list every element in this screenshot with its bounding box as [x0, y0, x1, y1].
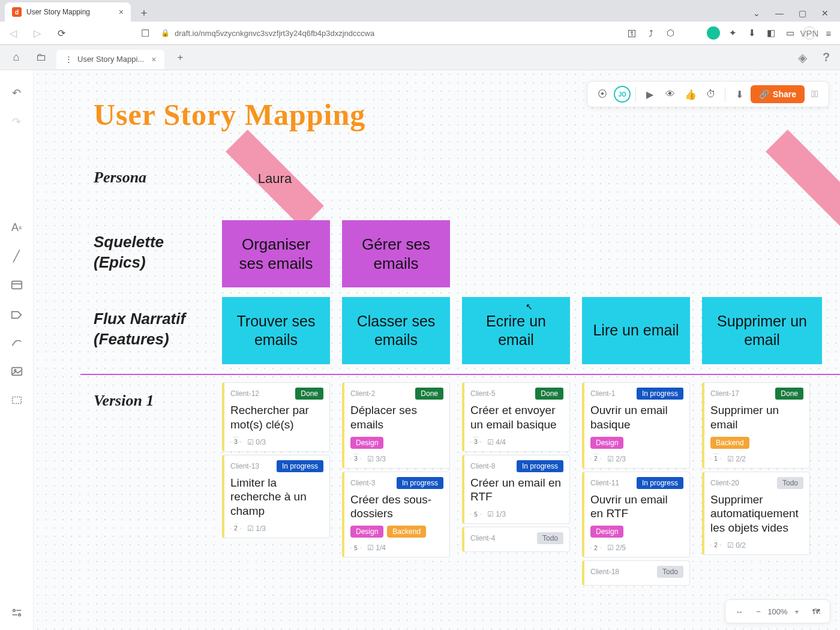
- story-card[interactable]: Client-4Todo: [462, 527, 570, 552]
- vpn-chip[interactable]: VPN: [803, 26, 816, 40]
- key-icon[interactable]: ⚿: [625, 26, 638, 40]
- url-field[interactable]: 🔒 draft.io/nmq5vzycnkgnvc3svzfjrt3y24q6f…: [161, 29, 618, 38]
- zoom-bar: ↔ − 100% + 🗺: [725, 599, 830, 623]
- story-card[interactable]: Client-20TodoSupprimer automatiquement l…: [702, 472, 810, 555]
- line-tool-icon[interactable]: ╱: [5, 244, 29, 268]
- story-title: Limiter la recherche à un champ: [230, 476, 323, 518]
- feature-card[interactable]: Ecrire un email: [462, 297, 570, 364]
- share-ext-icon[interactable]: ⤴: [644, 26, 658, 40]
- checklist-ratio: ☑ 1/3: [247, 524, 266, 533]
- browser-tab[interactable]: d User Story Mapping ×: [5, 2, 131, 22]
- maximize-icon[interactable]: ▢: [792, 5, 812, 22]
- extensions-icon[interactable]: ✦: [726, 26, 739, 40]
- export-icon[interactable]: ⬇: [730, 85, 748, 103]
- feature-card[interactable]: Classer ses emails: [342, 297, 450, 364]
- folder-icon[interactable]: 🗀: [31, 47, 52, 68]
- diamond-icon[interactable]: ◈: [794, 50, 810, 65]
- story-card[interactable]: Client-2DoneDéplacer ses emailsDesign3☑ …: [342, 382, 450, 469]
- pen-disabled-icon[interactable]: ✎⃠: [807, 86, 823, 102]
- help-icon[interactable]: ?: [818, 50, 834, 65]
- text-tool-icon[interactable]: Aa: [5, 215, 29, 239]
- zoom-out-icon[interactable]: −: [751, 604, 766, 619]
- story-card[interactable]: Client-8In progressCréer un email en RTF…: [462, 455, 570, 524]
- story-card[interactable]: Client-11In progressOuvrir un email en R…: [582, 472, 690, 558]
- thumbs-up-icon[interactable]: 👍: [682, 85, 700, 103]
- card-tool-icon[interactable]: [5, 273, 29, 297]
- persona-diamond-2[interactable]: [761, 152, 840, 206]
- shield-icon[interactable]: ⬡: [664, 26, 677, 40]
- eye-icon[interactable]: 👁: [661, 85, 679, 103]
- story-title: Créer et envoyer un email basique: [470, 403, 563, 432]
- story-client: Client-20: [710, 479, 739, 487]
- redo-icon[interactable]: ↷: [5, 110, 29, 134]
- menu-icon[interactable]: ≡: [822, 26, 835, 40]
- epic-card[interactable]: Organiser ses emails: [222, 220, 330, 287]
- page-title: User Story Mapping: [94, 97, 365, 132]
- story-card[interactable]: Client-1In progressOuvrir un email basiq…: [582, 382, 690, 469]
- tag-tool-icon[interactable]: [5, 302, 29, 326]
- new-tab-button[interactable]: +: [136, 5, 152, 22]
- effort-badge: 2: [590, 454, 601, 464]
- doc-tab[interactable]: ⋮ User Story Mappi... ×: [56, 50, 164, 69]
- fit-width-icon[interactable]: ↔: [731, 604, 747, 619]
- sidepanel-icon[interactable]: ◧: [764, 26, 778, 40]
- tag-badge: Design: [590, 437, 623, 449]
- story-card[interactable]: Client-3In progressCréer des sous-dossie…: [342, 472, 450, 558]
- grammarly-icon[interactable]: [707, 26, 720, 40]
- status-badge: Done: [295, 388, 323, 400]
- back-icon[interactable]: ◁: [5, 25, 22, 41]
- minimap-icon[interactable]: 🗺: [808, 604, 824, 619]
- status-badge: Done: [415, 388, 443, 400]
- close-window-icon[interactable]: ✕: [815, 5, 835, 22]
- story-title: Supprimer un email: [710, 403, 803, 432]
- bookmark-icon[interactable]: ☐: [137, 25, 154, 41]
- tag-badge: Design: [350, 437, 383, 449]
- image-tool-icon[interactable]: [5, 359, 29, 383]
- feature-card[interactable]: Supprimer un email: [702, 297, 822, 364]
- tag-badge: Design: [590, 526, 623, 538]
- effort-badge: 5: [470, 509, 481, 520]
- settings-icon[interactable]: [5, 601, 29, 625]
- share-label: Share: [773, 89, 796, 99]
- tab-close-icon[interactable]: ×: [119, 7, 124, 17]
- status-badge: In progress: [277, 460, 323, 472]
- tab-menu-icon[interactable]: ⋮: [65, 55, 73, 64]
- close-doc-icon[interactable]: ×: [151, 55, 156, 64]
- story-card[interactable]: Client-5DoneCréer et envoyer un email ba…: [462, 382, 570, 452]
- feature-card[interactable]: Trouver ses emails: [222, 297, 330, 364]
- epic-card[interactable]: Gérer ses emails: [342, 220, 450, 287]
- undo-icon[interactable]: ↶: [5, 81, 29, 105]
- home-icon[interactable]: ⌂: [6, 47, 26, 68]
- zoom-in-icon[interactable]: +: [789, 604, 805, 619]
- story-card[interactable]: Client-12DoneRechercher par mot(s) clé(s…: [222, 382, 330, 452]
- focus-icon[interactable]: ⦿: [593, 85, 611, 103]
- checklist-ratio: ☑ 1/4: [367, 544, 386, 552]
- minimize-icon[interactable]: ―: [769, 5, 790, 22]
- play-icon[interactable]: ▶: [641, 85, 659, 103]
- download-icon[interactable]: ⬇: [745, 26, 758, 40]
- avatar[interactable]: JO: [614, 86, 631, 103]
- extension-icons: ⚿ ⤴ ⬡ ✦ ⬇ ◧ ▭ VPN ≡: [625, 26, 835, 40]
- feature-card[interactable]: Lire un email: [582, 297, 690, 364]
- story-card[interactable]: Client-18Todo: [582, 560, 690, 586]
- chevron-down-icon[interactable]: ⌄: [746, 5, 767, 22]
- status-badge: Done: [535, 388, 563, 400]
- checklist-ratio: ☑ 2/5: [607, 544, 626, 552]
- story-card[interactable]: Client-13In progressLimiter la recherche…: [222, 455, 330, 538]
- label-persona: Persona: [94, 169, 146, 187]
- share-button[interactable]: 🔗 Share: [751, 85, 805, 103]
- forward-icon[interactable]: ▷: [29, 25, 46, 41]
- story-title: Ouvrir un email basique: [590, 403, 683, 432]
- new-doc-tab-button[interactable]: +: [172, 49, 188, 66]
- frame-tool-icon[interactable]: [5, 388, 29, 412]
- effort-badge: 2: [230, 523, 241, 534]
- connector-tool-icon[interactable]: [5, 331, 29, 355]
- reload-icon[interactable]: ⟳: [53, 25, 70, 41]
- tab-strip: d User Story Mapping × + ⌄ ― ▢ ✕: [0, 0, 840, 22]
- story-card[interactable]: Client-17DoneSupprimer un emailBackend1☑…: [702, 382, 810, 469]
- persona-diamond[interactable]: Laura: [221, 152, 329, 206]
- wallet-icon[interactable]: ▭: [784, 26, 797, 40]
- svg-rect-4: [12, 397, 21, 404]
- canvas[interactable]: ⦿ JO ▶ 👁 👍 ⏱ ⬇ 🔗 Share ✎⃠ User Story Map…: [34, 70, 840, 630]
- timer-icon[interactable]: ⏱: [702, 85, 720, 103]
